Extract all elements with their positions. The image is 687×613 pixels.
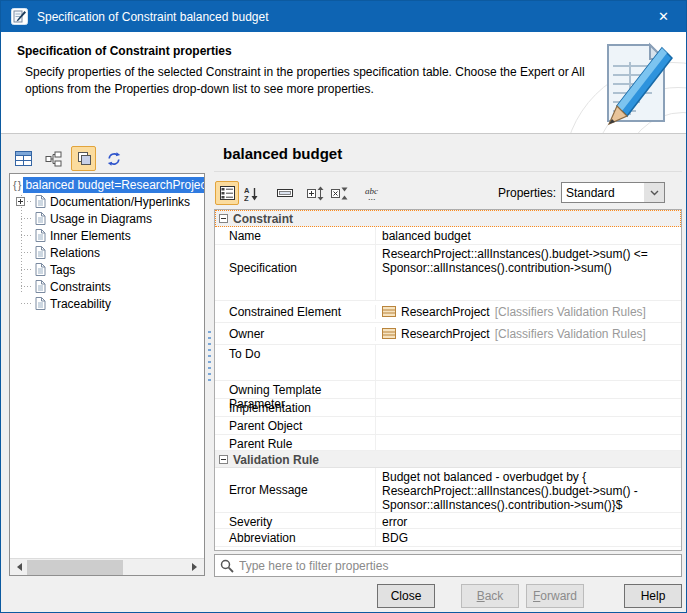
- document-icon: [35, 246, 46, 259]
- containment-view-icon[interactable]: [41, 146, 66, 171]
- sort-alphabetically-icon[interactable]: A Z: [239, 181, 263, 205]
- tree-item-constraints[interactable]: Constraints: [10, 278, 204, 295]
- collapse-nodes-icon[interactable]: [327, 181, 351, 205]
- specification-document-pencil-icon: [600, 40, 678, 128]
- tree-item-usage-in-diagrams[interactable]: Usage in Diagrams: [10, 210, 204, 227]
- tree-item-documentation[interactable]: Documentation/Hyperlinks: [10, 193, 204, 210]
- tree-item-label: Usage in Diagrams: [50, 212, 152, 226]
- panes-view-icon[interactable]: [71, 146, 96, 171]
- group-header-validation-rule[interactable]: Validation Rule: [215, 451, 681, 468]
- tree-root-item[interactable]: { } balanced budget=ResearchProject:: [10, 176, 204, 193]
- property-name: Parent Rule: [215, 435, 375, 450]
- title-separator: [214, 171, 682, 172]
- left-toolbar: [11, 146, 126, 171]
- specification-tree: { } balanced budget=ResearchProject: Doc…: [9, 173, 205, 576]
- tree-horizontal-scrollbar[interactable]: [10, 558, 204, 575]
- close-icon[interactable]: ✕: [641, 1, 686, 32]
- property-row-implementation: Implementation: [215, 399, 681, 417]
- property-value[interactable]: [375, 381, 681, 398]
- tree-item-tags[interactable]: Tags: [10, 261, 204, 278]
- property-name: Name: [215, 227, 375, 244]
- chevron-down-icon[interactable]: [644, 183, 664, 202]
- tree-item-label: Documentation/Hyperlinks: [50, 195, 190, 209]
- property-name: Error Message: [215, 468, 375, 512]
- document-icon: [35, 212, 46, 225]
- filter-properties-input[interactable]: [239, 559, 676, 573]
- back-button[interactable]: Back: [461, 584, 519, 608]
- property-value[interactable]: error: [375, 513, 681, 528]
- properties-mode: Properties: Standard: [498, 182, 665, 203]
- scrollbar-thumb[interactable]: [27, 560, 123, 575]
- search-icon: [220, 559, 234, 573]
- property-name: Specification: [215, 245, 375, 300]
- element-reference: ResearchProject: [401, 305, 490, 319]
- collapse-minus-icon[interactable]: [219, 214, 228, 223]
- property-name: Abbreviation: [215, 529, 375, 546]
- scroll-left-icon[interactable]: [10, 559, 27, 576]
- tree-item-inner-elements[interactable]: Inner Elements: [10, 227, 204, 244]
- property-row-owner: Owner ResearchProject [Classifiers Valid…: [215, 323, 681, 345]
- document-icon: [35, 195, 46, 208]
- property-name: Owning Template Parameter: [215, 381, 375, 398]
- tree-item-label: Traceability: [50, 297, 111, 311]
- document-icon: [35, 297, 46, 310]
- property-name: Severity: [215, 513, 375, 528]
- tree-root-label: balanced budget=ResearchProject:: [23, 177, 204, 193]
- tree-item-label: Tags: [50, 263, 75, 277]
- splitter-handle[interactable]: [208, 331, 211, 381]
- svg-text:Z: Z: [244, 193, 249, 201]
- property-name: Constrained Element: [215, 305, 375, 319]
- forward-button[interactable]: Forward: [526, 584, 584, 608]
- expand-nodes-icon[interactable]: [303, 181, 327, 205]
- properties-toolbar: A Z: [215, 181, 385, 205]
- abbreviations-icon[interactable]: abc ...: [361, 181, 385, 205]
- properties-label: Properties:: [498, 186, 556, 200]
- property-row-constrained-element: Constrained Element ResearchProject [Cla…: [215, 301, 681, 323]
- scroll-right-icon[interactable]: [187, 559, 204, 576]
- properties-view-icon[interactable]: [11, 146, 36, 171]
- property-value[interactable]: BDG: [375, 529, 681, 546]
- dialog-header: Specification of Constraint properties S…: [1, 32, 686, 134]
- close-button[interactable]: Close: [377, 584, 435, 608]
- window-title: Specification of Constraint balanced bud…: [37, 10, 269, 24]
- refresh-icon[interactable]: [101, 146, 126, 171]
- property-value[interactable]: ResearchProject [Classifiers Validation …: [375, 327, 681, 341]
- element-owner-path: [Classifiers Validation Rules]: [495, 327, 646, 341]
- group-label: Validation Rule: [233, 453, 319, 467]
- categorized-view-icon[interactable]: [215, 181, 239, 205]
- property-value[interactable]: balanced budget: [375, 227, 681, 244]
- expand-plus-icon[interactable]: [16, 197, 25, 206]
- group-header-constraint[interactable]: Constraint: [215, 210, 681, 227]
- header-title: Specification of Constraint properties: [17, 44, 232, 58]
- specification-window-icon: [11, 8, 28, 25]
- element-title: balanced budget: [223, 145, 342, 162]
- property-value[interactable]: [375, 399, 681, 416]
- collapse-minus-icon[interactable]: [219, 455, 228, 464]
- element-owner-path: [Classifiers Validation Rules]: [495, 305, 646, 319]
- property-row-severity: Severity error: [215, 513, 681, 529]
- bar-view-icon[interactable]: [273, 181, 297, 205]
- header-description: Specify properties of the selected Const…: [25, 64, 587, 99]
- properties-selected-value: Standard: [562, 186, 644, 200]
- title-bar: Specification of Constraint balanced bud…: [1, 1, 686, 32]
- property-value[interactable]: ResearchProject [Classifiers Validation …: [375, 305, 681, 319]
- properties-select[interactable]: Standard: [561, 182, 665, 203]
- property-value[interactable]: ResearchProject::allInstances().budget->…: [375, 245, 681, 300]
- help-button[interactable]: Help: [624, 584, 682, 608]
- document-icon: [35, 263, 46, 276]
- property-row-abbreviation: Abbreviation BDG: [215, 529, 681, 547]
- property-name: To Do: [215, 345, 375, 380]
- tree-item-traceability[interactable]: Traceability: [10, 295, 204, 312]
- document-icon: [35, 280, 46, 293]
- constraint-braces-icon: { }: [13, 179, 20, 191]
- property-value[interactable]: [375, 435, 681, 450]
- property-name: Owner: [215, 327, 375, 341]
- property-value[interactable]: Budget not balanced - overbudget by { Re…: [375, 468, 681, 512]
- filter-bar: [214, 554, 682, 577]
- tree-item-relations[interactable]: Relations: [10, 244, 204, 261]
- property-row-specification: Specification ResearchProject::allInstan…: [215, 245, 681, 301]
- property-value[interactable]: [375, 417, 681, 434]
- property-value[interactable]: [375, 345, 681, 380]
- properties-table: Constraint Name balanced budget Specific…: [214, 209, 682, 551]
- class-icon: [382, 306, 396, 317]
